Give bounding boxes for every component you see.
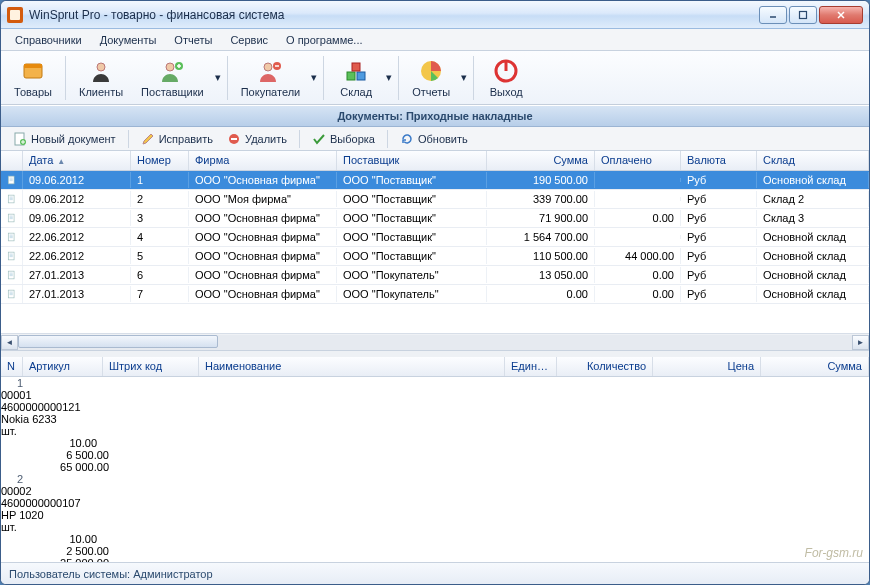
document-icon: [1, 171, 23, 189]
svg-rect-41: [8, 271, 14, 279]
action-delete[interactable]: Удалить: [221, 130, 293, 148]
delete-icon: [227, 132, 241, 146]
svg-rect-12: [357, 72, 365, 80]
toolbar-warehouse-dropdown[interactable]: ▾: [384, 53, 394, 103]
toolbar: Товары Клиенты Поставщики ▾ Покупатели ▾: [1, 51, 869, 105]
dcol-art[interactable]: Артикул: [23, 357, 103, 376]
svg-rect-45: [8, 290, 14, 298]
scroll-right-icon[interactable]: ►: [852, 335, 869, 350]
table-row[interactable]: 27.01.20136ООО "Основная фирма"ООО "Поку…: [1, 266, 869, 285]
detail-header: N Артикул Штрих код Наименование Единица…: [1, 357, 869, 377]
dcol-price[interactable]: Цена: [653, 357, 761, 376]
menubar: Справочники Документы Отчеты Сервис О пр…: [1, 29, 869, 51]
table-row[interactable]: 22.06.20124ООО "Основная фирма"ООО "Пост…: [1, 228, 869, 247]
pencil-icon: [141, 132, 155, 146]
dcol-bar[interactable]: Штрих код: [103, 357, 199, 376]
scroll-thumb[interactable]: [18, 335, 218, 348]
col-paid[interactable]: Оплачено: [595, 151, 681, 170]
svg-rect-29: [8, 214, 14, 222]
svg-rect-37: [8, 252, 14, 260]
menu-documents[interactable]: Документы: [92, 32, 165, 48]
table-row[interactable]: 27.01.20137ООО "Основная фирма"ООО "Поку…: [1, 285, 869, 304]
svg-rect-11: [347, 72, 355, 80]
app-window: WinSprut Pro - товарно - финансовая сист…: [0, 0, 870, 585]
toolbar-goods[interactable]: Товары: [5, 53, 61, 103]
toolbar-buyers-dropdown[interactable]: ▾: [309, 53, 319, 103]
col-firm[interactable]: Фирма: [189, 151, 337, 170]
grid-scrollbar[interactable]: ◄ ►: [1, 333, 869, 350]
document-icon: [1, 285, 23, 303]
toolbar-reports[interactable]: Отчеты: [403, 53, 459, 103]
pie-icon: [418, 58, 444, 84]
actionbar: Новый документ Исправить Удалить Выборка…: [1, 127, 869, 151]
power-icon: [493, 58, 519, 84]
col-number[interactable]: Номер: [131, 151, 189, 170]
col-currency[interactable]: Валюта: [681, 151, 757, 170]
list-item[interactable]: 1000014600000000121Nokia 6233шт.10.006 5…: [1, 377, 869, 473]
col-supplier[interactable]: Поставщик: [337, 151, 487, 170]
minimize-button[interactable]: [759, 6, 787, 24]
close-button[interactable]: [819, 6, 863, 24]
document-icon: [1, 247, 23, 265]
maximize-button[interactable]: [789, 6, 817, 24]
svg-point-9: [264, 63, 272, 71]
dcol-unit[interactable]: Единица: [505, 357, 557, 376]
action-new[interactable]: Новый документ: [7, 130, 122, 148]
person-minus-icon: [257, 58, 283, 84]
document-icon: [1, 190, 23, 208]
table-row[interactable]: 09.06.20121ООО "Основная фирма"ООО "Пост…: [1, 171, 869, 190]
toolbar-suppliers-dropdown[interactable]: ▾: [213, 53, 223, 103]
dcol-name[interactable]: Наименование: [199, 357, 505, 376]
toolbar-reports-dropdown[interactable]: ▾: [459, 53, 469, 103]
check-icon: [312, 132, 326, 146]
menu-about[interactable]: О программе...: [278, 32, 370, 48]
stack-icon: [343, 58, 369, 84]
section-header: Документы: Приходные накладные: [1, 105, 869, 127]
menu-service[interactable]: Сервис: [222, 32, 276, 48]
dcol-qty[interactable]: Количество: [557, 357, 653, 376]
menu-references[interactable]: Справочники: [7, 32, 90, 48]
box-icon: [20, 58, 46, 84]
document-icon: [1, 209, 23, 227]
dcol-n[interactable]: N: [1, 357, 23, 376]
dcol-total[interactable]: Сумма: [761, 357, 869, 376]
grid-body: 09.06.20121ООО "Основная фирма"ООО "Пост…: [1, 171, 869, 304]
col-sum[interactable]: Сумма: [487, 151, 595, 170]
svg-rect-13: [352, 63, 360, 71]
toolbar-exit[interactable]: Выход: [478, 53, 534, 103]
svg-rect-21: [8, 176, 14, 184]
scroll-left-icon[interactable]: ◄: [1, 335, 18, 350]
svg-rect-25: [8, 195, 14, 203]
svg-rect-5: [24, 64, 42, 68]
svg-rect-33: [8, 233, 14, 241]
list-item[interactable]: 2000024600000000107HP 1020шт.10.002 500.…: [1, 473, 869, 562]
toolbar-buyers[interactable]: Покупатели: [232, 53, 310, 103]
col-warehouse[interactable]: Склад: [757, 151, 869, 170]
table-row[interactable]: 09.06.20123ООО "Основная фирма"ООО "Пост…: [1, 209, 869, 228]
status-text: Пользователь системы: Администратор: [9, 568, 213, 580]
svg-point-6: [97, 63, 105, 71]
col-icon[interactable]: [1, 151, 23, 170]
grid-header: Дата Номер Фирма Поставщик Сумма Оплачен…: [1, 151, 869, 171]
document-icon: [1, 228, 23, 246]
menu-reports[interactable]: Отчеты: [166, 32, 220, 48]
refresh-icon: [400, 132, 414, 146]
table-row[interactable]: 22.06.20125ООО "Основная фирма"ООО "Пост…: [1, 247, 869, 266]
document-new-icon: [13, 132, 27, 146]
toolbar-clients[interactable]: Клиенты: [70, 53, 132, 103]
svg-point-7: [166, 63, 174, 71]
document-icon: [1, 266, 23, 284]
person-plus-icon: [159, 58, 185, 84]
toolbar-warehouse[interactable]: Склад: [328, 53, 384, 103]
table-row[interactable]: 09.06.20122ООО "Моя фирма"ООО "Поставщик…: [1, 190, 869, 209]
toolbar-suppliers[interactable]: Поставщики: [132, 53, 213, 103]
action-edit[interactable]: Исправить: [135, 130, 219, 148]
statusbar: Пользователь системы: Администратор: [1, 562, 869, 584]
window-title: WinSprut Pro - товарно - финансовая сист…: [29, 8, 759, 22]
action-refresh[interactable]: Обновить: [394, 130, 474, 148]
action-filter[interactable]: Выборка: [306, 130, 381, 148]
titlebar: WinSprut Pro - товарно - финансовая сист…: [1, 1, 869, 29]
svg-rect-1: [800, 11, 807, 18]
col-date[interactable]: Дата: [23, 151, 131, 170]
person-icon: [88, 58, 114, 84]
